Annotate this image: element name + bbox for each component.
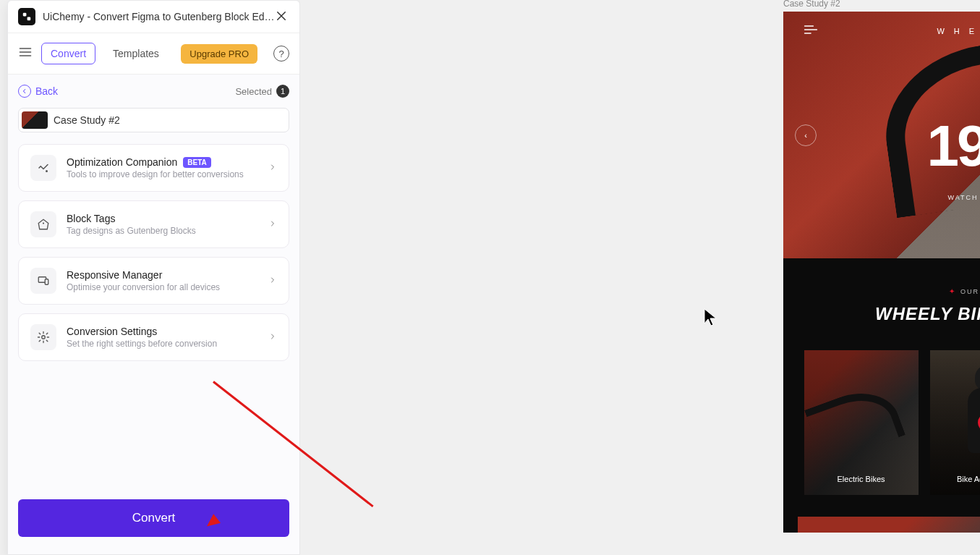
devices-icon	[30, 268, 56, 294]
panel-title: UiChemy - Convert Figma to Gutenberg Blo…	[43, 11, 275, 22]
back-label: Back	[35, 85, 58, 97]
option-title: Optimization Companion	[67, 156, 177, 168]
card-electric-bikes[interactable]: Electric Bikes	[804, 350, 919, 495]
svg-point-6	[42, 336, 46, 339]
option-desc: Set the right settings before conversion	[67, 339, 258, 349]
option-desc: Optimise your conversion for all devices	[67, 282, 258, 292]
option-desc: Tools to improve design for better conve…	[67, 169, 258, 179]
tab-convert[interactable]: Convert	[41, 43, 95, 64]
card-image	[959, 365, 981, 452]
section-title: WHEELY BIKE PRODUCT	[798, 304, 980, 324]
help-icon[interactable]: ?	[273, 46, 289, 62]
beta-badge: BETA	[183, 157, 210, 168]
selected-label: Selected	[235, 86, 272, 97]
chevron-right-icon	[268, 218, 277, 231]
plus-icon: ✦	[949, 287, 955, 295]
hero-logo: W H E E L Y	[937, 27, 980, 35]
option-title: Conversion Settings	[67, 326, 258, 337]
selection-chip-label: Case Study #2	[54, 114, 120, 126]
chevron-right-icon	[268, 331, 277, 344]
chevron-right-icon	[268, 274, 277, 287]
convert-button[interactable]: Convert	[18, 499, 289, 537]
close-icon[interactable]	[275, 9, 289, 24]
gear-icon	[30, 324, 56, 350]
option-block-tags[interactable]: Block Tags Tag designs as Gutenberg Bloc…	[18, 200, 289, 248]
menu-icon[interactable]	[18, 45, 33, 62]
card-caption: Electric Bikes	[837, 475, 885, 483]
option-title: Responsive Manager	[67, 269, 258, 281]
svg-rect-5	[45, 279, 48, 285]
selected-count-badge: 1	[276, 85, 289, 98]
option-text: Block Tags Tag designs as Gutenberg Bloc…	[67, 213, 258, 236]
selected-indicator: Selected 1	[235, 85, 289, 98]
selection-thumb-icon	[22, 111, 48, 129]
panel-body: Back Selected 1 Case Study #2 Optimizati…	[8, 75, 299, 554]
back-button[interactable]: Back	[18, 85, 58, 98]
hero-year: 1980	[783, 113, 980, 179]
card-image	[804, 381, 905, 465]
kicker-text: OUR PRODUCT	[960, 288, 980, 295]
design-frame[interactable]: W H E E L Y ‹ › 1980 WATCH REEL + ✦ OUR …	[783, 12, 980, 533]
option-text: Responsive Manager Optimise your convers…	[67, 269, 258, 292]
option-text: Conversion Settings Set the right settin…	[67, 326, 258, 349]
option-title: Block Tags	[67, 213, 258, 224]
option-responsive-manager[interactable]: Responsive Manager Optimise your convers…	[18, 257, 289, 305]
back-row: Back Selected 1	[18, 85, 289, 98]
hero-watch-reel[interactable]: WATCH REEL +	[783, 191, 980, 204]
selection-chip[interactable]: Case Study #2	[18, 108, 289, 132]
watch-reel-label: WATCH REEL	[947, 194, 980, 201]
svg-rect-0	[23, 13, 27, 17]
plugin-panel: UiChemy - Convert Figma to Gutenberg Blo…	[7, 0, 300, 555]
option-optimization-companion[interactable]: Optimization Companion BETA Tools to imp…	[18, 144, 289, 192]
upgrade-button[interactable]: Upgrade PRO	[181, 44, 257, 64]
option-desc: Tag designs as Gutenberg Blocks	[67, 226, 258, 236]
hero-section: W H E E L Y ‹ › 1980 WATCH REEL +	[783, 12, 980, 258]
card-caption: Bike Accessories	[957, 475, 980, 483]
app-logo-icon	[18, 8, 35, 25]
svg-rect-1	[27, 17, 31, 21]
hero-navbar: W H E E L Y	[783, 12, 980, 51]
chevron-right-icon	[268, 161, 277, 174]
frame-label[interactable]: Case Study #2	[783, 0, 840, 9]
hero-menu-icon[interactable]	[804, 25, 818, 38]
section-kicker: ✦ OUR PRODUCT	[798, 287, 980, 295]
panel-header: UiChemy - Convert Figma to Gutenberg Blo…	[8, 1, 299, 33]
figma-canvas[interactable]: Case Study #2 W H E E L Y ‹ › 1980	[300, 0, 980, 555]
mouse-cursor-icon	[703, 308, 719, 329]
option-text: Optimization Companion BETA Tools to imp…	[67, 156, 258, 179]
toolbar: Convert Templates Upgrade PRO ?	[8, 33, 299, 75]
card-bike-accessories[interactable]: + Bike Accessories	[930, 350, 981, 495]
tag-icon	[30, 211, 56, 237]
tab-templates[interactable]: Templates	[104, 43, 168, 64]
magic-icon	[30, 155, 56, 181]
back-arrow-icon	[18, 85, 31, 98]
products-section: ✦ OUR PRODUCT WHEELY BIKE PRODUCT Electr…	[783, 258, 980, 517]
svg-point-3	[43, 222, 44, 224]
next-section-peek	[798, 517, 980, 533]
option-conversion-settings[interactable]: Conversion Settings Set the right settin…	[18, 313, 289, 361]
product-cards: Electric Bikes + Bike Accessories Mounta…	[798, 350, 980, 495]
svg-point-2	[46, 170, 48, 172]
